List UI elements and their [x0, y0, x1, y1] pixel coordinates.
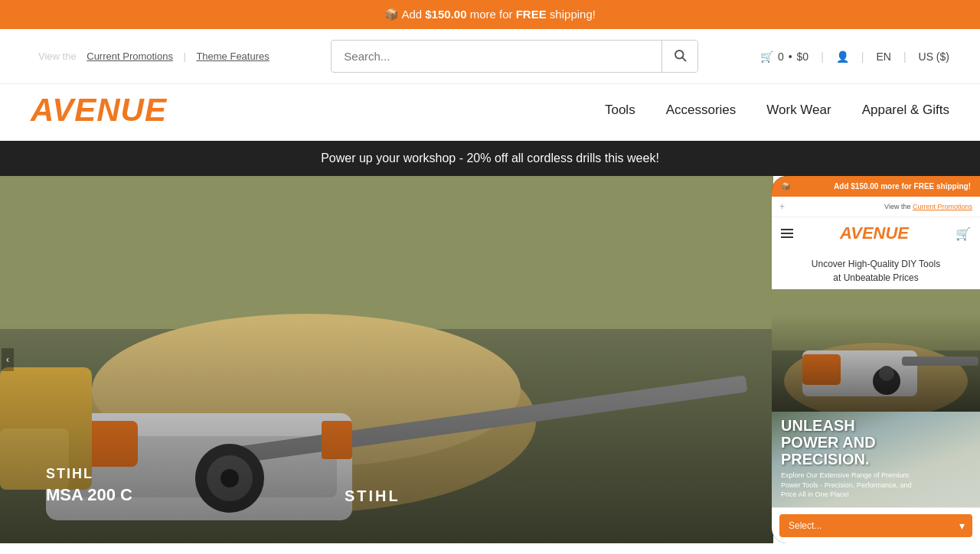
mobile-top-banner: 📦 Add $150.00 more for FREE shipping! [772, 176, 980, 197]
hamburger-icon[interactable] [781, 229, 793, 238]
mobile-select-bar: Select... [772, 507, 980, 543]
banner-middle: more for [467, 8, 516, 21]
mobile-headline: Uncover High-Quality DIY Tools at Unbeat… [772, 249, 980, 289]
mobile-second-bar: + View the Current Promotions [772, 197, 980, 217]
nav-item-apparel[interactable]: Apparel & Gifts [862, 103, 949, 118]
svg-line-1 [683, 57, 686, 60]
currency[interactable]: US ($) [919, 51, 949, 63]
stihl-model: MSA 200 C [46, 485, 132, 505]
hero-section: STIHL MSA 200 C STIHL ‹ 📦 Add $150.00 mo… [0, 176, 980, 543]
mobile-headline-line2: at Unbeatable Prices [781, 271, 971, 285]
cart-icon: 🛒 [760, 51, 773, 63]
mobile-view-text: View the Current Promotions [884, 203, 972, 210]
mobile-select[interactable]: Select... [779, 514, 972, 537]
mobile-headline-line1: Uncover High-Quality DIY Tools [781, 257, 971, 271]
nav-item-tools[interactable]: Tools [605, 103, 635, 118]
theme-features-link[interactable]: Theme Features [196, 51, 269, 62]
separator2: | [861, 51, 864, 63]
cart-price: $0 [797, 51, 809, 63]
promo-text: Power up your workshop - 20% off all cor… [321, 152, 659, 165]
mobile-nav-bar: AVENUE 🛒 [772, 217, 980, 249]
utility-bar: View the Current Promotions | Theme Feat… [0, 29, 980, 84]
mobile-preview-panel: 📦 Add $150.00 more for FREE shipping! + … [772, 176, 980, 543]
mobile-logo[interactable]: AVENUE [840, 223, 909, 243]
search-bar [331, 40, 698, 73]
utility-left: View the Current Promotions | Theme Feat… [31, 51, 270, 62]
separator3: | [903, 51, 906, 63]
mobile-plus: + [779, 201, 785, 212]
nav-link-accessories[interactable]: Accessories [666, 103, 737, 117]
banner-icon: 📦 [384, 8, 399, 21]
separator: | [184, 51, 186, 62]
stihl-mid: STIHL [345, 487, 400, 505]
view-label: View the [38, 51, 79, 62]
logo[interactable]: AVENUE [31, 92, 167, 129]
stihl-brand: STIHL [46, 466, 93, 482]
banner-end: shipping! [547, 8, 596, 21]
banner-prefix: Add [401, 8, 425, 21]
mobile-select-wrapper: Select... [779, 514, 972, 537]
cart-button[interactable]: 🛒 0 • $0 [760, 51, 808, 63]
banner-amount: $150.00 [425, 8, 466, 21]
nav-link-workwear[interactable]: Work Wear [766, 103, 831, 117]
separator1: | [821, 51, 824, 63]
hero-image: STIHL MSA 200 C STIHL [0, 176, 773, 543]
mobile-sub-text: Explore Our Extensive Range of Premium P… [781, 471, 919, 500]
mobile-pkg-icon: 📦 [781, 182, 790, 191]
mobile-hero-text: UNLEASH POWER AND PRECISION. Explore Our… [781, 417, 919, 500]
mobile-hero-image: UNLEASH POWER AND PRECISION. Explore Our… [772, 289, 980, 507]
nav-link-apparel[interactable]: Apparel & Gifts [862, 103, 949, 117]
cart-dot: • [789, 51, 792, 63]
mobile-cart-icon[interactable]: 🛒 [956, 226, 971, 241]
mobile-banner-text: Add $150.00 more for FREE shipping! [834, 182, 971, 191]
user-icon[interactable]: 👤 [836, 51, 849, 63]
nav-links: Tools Accessories Work Wear Apparel & Gi… [605, 103, 949, 118]
banner-free: FREE [516, 8, 547, 21]
mobile-unleash: UNLEASH POWER AND PRECISION. [781, 417, 919, 468]
nav-link-tools[interactable]: Tools [605, 103, 635, 117]
top-banner: 📦 Add $150.00 more for FREE shipping! [0, 0, 980, 29]
nav-item-accessories[interactable]: Accessories [666, 103, 737, 118]
current-promotions-link[interactable]: Current Promotions [87, 51, 173, 62]
promo-bar: Power up your workshop - 20% off all cor… [0, 141, 980, 176]
hero-left-arrow[interactable]: ‹ [2, 348, 14, 371]
utility-right: 🛒 0 • $0 | 👤 | EN | US ($) [760, 51, 949, 63]
cart-count: 0 [778, 51, 784, 63]
mobile-hero-svg [772, 289, 980, 412]
nav-item-workwear[interactable]: Work Wear [766, 103, 831, 118]
search-input[interactable] [332, 42, 662, 70]
mobile-promo-link[interactable]: Current Promotions [913, 203, 972, 210]
search-button[interactable] [662, 41, 697, 72]
svg-rect-25 [772, 289, 980, 412]
main-nav: AVENUE Tools Accessories Work Wear Appar… [0, 84, 980, 141]
language[interactable]: EN [876, 51, 890, 63]
